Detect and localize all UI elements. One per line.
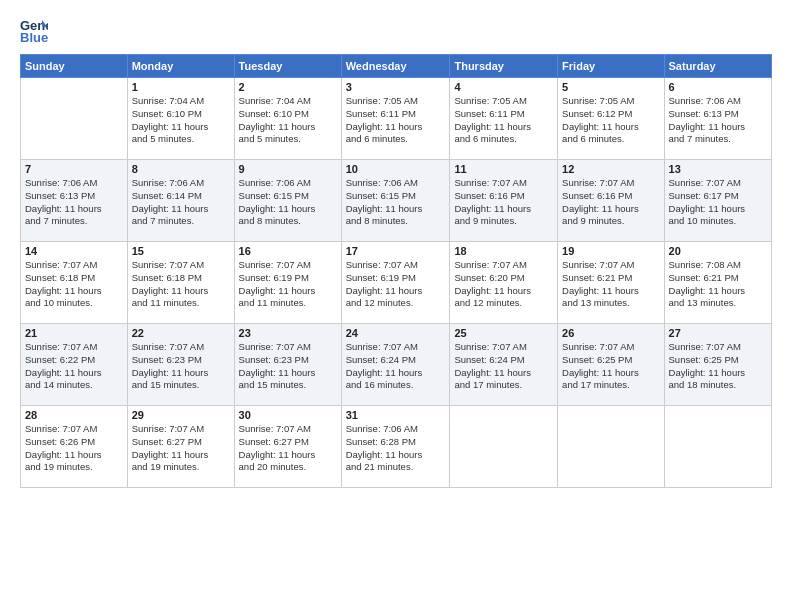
calendar-cell: 27Sunrise: 7:07 AM Sunset: 6:25 PM Dayli… [664, 324, 771, 406]
weekday-header: Sunday [21, 55, 128, 78]
weekday-header: Tuesday [234, 55, 341, 78]
day-info: Sunrise: 7:06 AM Sunset: 6:13 PM Dayligh… [25, 177, 123, 228]
day-number: 6 [669, 81, 767, 93]
calendar-cell: 23Sunrise: 7:07 AM Sunset: 6:23 PM Dayli… [234, 324, 341, 406]
calendar-cell: 11Sunrise: 7:07 AM Sunset: 6:16 PM Dayli… [450, 160, 558, 242]
day-number: 25 [454, 327, 553, 339]
calendar-cell: 28Sunrise: 7:07 AM Sunset: 6:26 PM Dayli… [21, 406, 128, 488]
logo: General Blue [20, 16, 52, 44]
day-info: Sunrise: 7:07 AM Sunset: 6:25 PM Dayligh… [669, 341, 767, 392]
calendar-cell: 12Sunrise: 7:07 AM Sunset: 6:16 PM Dayli… [558, 160, 664, 242]
day-number: 16 [239, 245, 337, 257]
day-number: 4 [454, 81, 553, 93]
day-number: 19 [562, 245, 659, 257]
day-number: 9 [239, 163, 337, 175]
calendar-cell: 6Sunrise: 7:06 AM Sunset: 6:13 PM Daylig… [664, 78, 771, 160]
day-number: 23 [239, 327, 337, 339]
day-number: 14 [25, 245, 123, 257]
calendar-cell [558, 406, 664, 488]
calendar-cell: 19Sunrise: 7:07 AM Sunset: 6:21 PM Dayli… [558, 242, 664, 324]
calendar-table: SundayMondayTuesdayWednesdayThursdayFrid… [20, 54, 772, 488]
day-info: Sunrise: 7:04 AM Sunset: 6:10 PM Dayligh… [239, 95, 337, 146]
day-info: Sunrise: 7:07 AM Sunset: 6:19 PM Dayligh… [239, 259, 337, 310]
day-info: Sunrise: 7:06 AM Sunset: 6:14 PM Dayligh… [132, 177, 230, 228]
day-number: 10 [346, 163, 446, 175]
calendar-cell: 31Sunrise: 7:06 AM Sunset: 6:28 PM Dayli… [341, 406, 450, 488]
day-number: 24 [346, 327, 446, 339]
calendar-week-row: 14Sunrise: 7:07 AM Sunset: 6:18 PM Dayli… [21, 242, 772, 324]
day-info: Sunrise: 7:05 AM Sunset: 6:11 PM Dayligh… [454, 95, 553, 146]
day-info: Sunrise: 7:07 AM Sunset: 6:18 PM Dayligh… [25, 259, 123, 310]
day-number: 17 [346, 245, 446, 257]
weekday-header: Wednesday [341, 55, 450, 78]
day-number: 5 [562, 81, 659, 93]
calendar-cell: 5Sunrise: 7:05 AM Sunset: 6:12 PM Daylig… [558, 78, 664, 160]
day-info: Sunrise: 7:07 AM Sunset: 6:17 PM Dayligh… [669, 177, 767, 228]
calendar-cell: 24Sunrise: 7:07 AM Sunset: 6:24 PM Dayli… [341, 324, 450, 406]
day-info: Sunrise: 7:06 AM Sunset: 6:15 PM Dayligh… [239, 177, 337, 228]
day-number: 29 [132, 409, 230, 421]
calendar-cell: 17Sunrise: 7:07 AM Sunset: 6:19 PM Dayli… [341, 242, 450, 324]
day-info: Sunrise: 7:07 AM Sunset: 6:26 PM Dayligh… [25, 423, 123, 474]
day-number: 12 [562, 163, 659, 175]
day-number: 18 [454, 245, 553, 257]
day-number: 28 [25, 409, 123, 421]
weekday-header: Saturday [664, 55, 771, 78]
calendar-cell: 13Sunrise: 7:07 AM Sunset: 6:17 PM Dayli… [664, 160, 771, 242]
calendar-cell: 15Sunrise: 7:07 AM Sunset: 6:18 PM Dayli… [127, 242, 234, 324]
day-info: Sunrise: 7:07 AM Sunset: 6:20 PM Dayligh… [454, 259, 553, 310]
weekday-header: Monday [127, 55, 234, 78]
calendar-cell: 1Sunrise: 7:04 AM Sunset: 6:10 PM Daylig… [127, 78, 234, 160]
day-info: Sunrise: 7:07 AM Sunset: 6:21 PM Dayligh… [562, 259, 659, 310]
calendar-cell: 4Sunrise: 7:05 AM Sunset: 6:11 PM Daylig… [450, 78, 558, 160]
calendar-cell: 20Sunrise: 7:08 AM Sunset: 6:21 PM Dayli… [664, 242, 771, 324]
weekday-header: Thursday [450, 55, 558, 78]
calendar-cell [450, 406, 558, 488]
calendar-cell: 29Sunrise: 7:07 AM Sunset: 6:27 PM Dayli… [127, 406, 234, 488]
calendar-cell: 21Sunrise: 7:07 AM Sunset: 6:22 PM Dayli… [21, 324, 128, 406]
day-number: 1 [132, 81, 230, 93]
day-number: 11 [454, 163, 553, 175]
day-info: Sunrise: 7:07 AM Sunset: 6:23 PM Dayligh… [132, 341, 230, 392]
calendar-cell: 18Sunrise: 7:07 AM Sunset: 6:20 PM Dayli… [450, 242, 558, 324]
calendar-cell: 8Sunrise: 7:06 AM Sunset: 6:14 PM Daylig… [127, 160, 234, 242]
calendar-week-row: 21Sunrise: 7:07 AM Sunset: 6:22 PM Dayli… [21, 324, 772, 406]
day-info: Sunrise: 7:07 AM Sunset: 6:24 PM Dayligh… [346, 341, 446, 392]
calendar-cell [21, 78, 128, 160]
svg-text:Blue: Blue [20, 30, 48, 44]
calendar-week-row: 28Sunrise: 7:07 AM Sunset: 6:26 PM Dayli… [21, 406, 772, 488]
day-number: 26 [562, 327, 659, 339]
calendar-header-row: SundayMondayTuesdayWednesdayThursdayFrid… [21, 55, 772, 78]
day-number: 15 [132, 245, 230, 257]
day-info: Sunrise: 7:07 AM Sunset: 6:23 PM Dayligh… [239, 341, 337, 392]
day-info: Sunrise: 7:07 AM Sunset: 6:18 PM Dayligh… [132, 259, 230, 310]
day-info: Sunrise: 7:04 AM Sunset: 6:10 PM Dayligh… [132, 95, 230, 146]
calendar-cell: 26Sunrise: 7:07 AM Sunset: 6:25 PM Dayli… [558, 324, 664, 406]
day-info: Sunrise: 7:06 AM Sunset: 6:13 PM Dayligh… [669, 95, 767, 146]
day-info: Sunrise: 7:05 AM Sunset: 6:11 PM Dayligh… [346, 95, 446, 146]
day-info: Sunrise: 7:05 AM Sunset: 6:12 PM Dayligh… [562, 95, 659, 146]
day-info: Sunrise: 7:07 AM Sunset: 6:19 PM Dayligh… [346, 259, 446, 310]
calendar-cell: 22Sunrise: 7:07 AM Sunset: 6:23 PM Dayli… [127, 324, 234, 406]
weekday-header: Friday [558, 55, 664, 78]
calendar-cell: 7Sunrise: 7:06 AM Sunset: 6:13 PM Daylig… [21, 160, 128, 242]
day-info: Sunrise: 7:07 AM Sunset: 6:24 PM Dayligh… [454, 341, 553, 392]
day-number: 27 [669, 327, 767, 339]
calendar-cell: 3Sunrise: 7:05 AM Sunset: 6:11 PM Daylig… [341, 78, 450, 160]
calendar-cell: 30Sunrise: 7:07 AM Sunset: 6:27 PM Dayli… [234, 406, 341, 488]
day-info: Sunrise: 7:06 AM Sunset: 6:28 PM Dayligh… [346, 423, 446, 474]
day-number: 22 [132, 327, 230, 339]
day-number: 8 [132, 163, 230, 175]
calendar-cell: 10Sunrise: 7:06 AM Sunset: 6:15 PM Dayli… [341, 160, 450, 242]
logo-icon: General Blue [20, 16, 48, 44]
calendar-cell [664, 406, 771, 488]
day-number: 7 [25, 163, 123, 175]
day-number: 13 [669, 163, 767, 175]
day-info: Sunrise: 7:06 AM Sunset: 6:15 PM Dayligh… [346, 177, 446, 228]
day-info: Sunrise: 7:08 AM Sunset: 6:21 PM Dayligh… [669, 259, 767, 310]
day-info: Sunrise: 7:07 AM Sunset: 6:16 PM Dayligh… [454, 177, 553, 228]
calendar-cell: 14Sunrise: 7:07 AM Sunset: 6:18 PM Dayli… [21, 242, 128, 324]
day-number: 21 [25, 327, 123, 339]
day-info: Sunrise: 7:07 AM Sunset: 6:25 PM Dayligh… [562, 341, 659, 392]
calendar-cell: 2Sunrise: 7:04 AM Sunset: 6:10 PM Daylig… [234, 78, 341, 160]
